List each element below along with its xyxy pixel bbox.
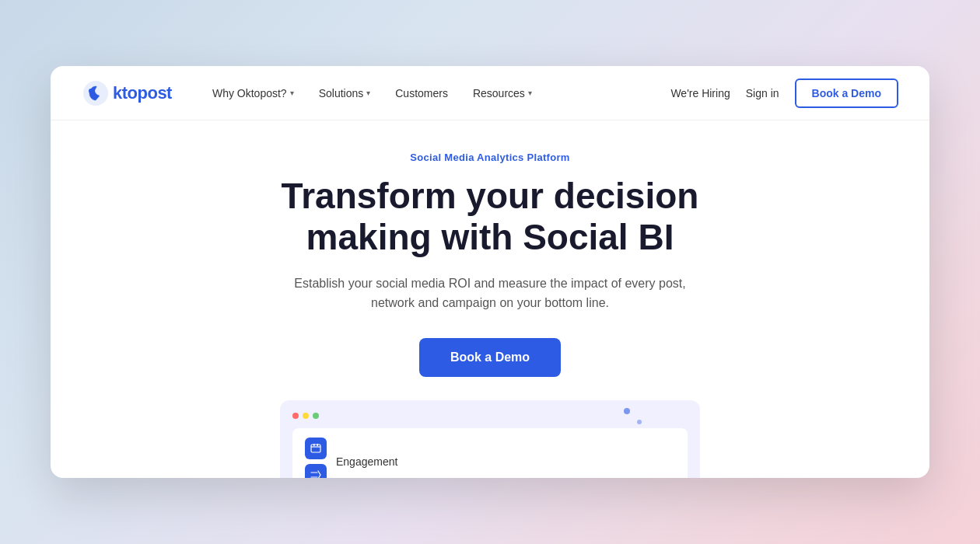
chevron-down-icon: ▾ [366, 89, 370, 97]
nav-signin-link[interactable]: Sign in [746, 87, 779, 99]
nav-item-why-oktopost[interactable]: Why Oktopost? ▾ [203, 81, 303, 106]
logo-text: ktopost [113, 83, 172, 103]
nav-links: Why Oktopost? ▾ Solutions ▾ Customers Re… [203, 81, 670, 106]
svg-rect-4 [317, 444, 319, 446]
window-dot-yellow [303, 413, 309, 419]
engagement-label: Engagement [336, 455, 397, 468]
svg-rect-2 [311, 445, 320, 452]
svg-rect-3 [313, 444, 315, 446]
nav-right: We're Hiring Sign in Book a Demo [670, 78, 898, 108]
chevron-down-icon: ▾ [528, 89, 532, 97]
chevron-down-icon: ▾ [290, 89, 294, 97]
book-demo-hero-button[interactable]: Book a Demo [419, 338, 561, 377]
nav-item-resources[interactable]: Resources ▾ [464, 81, 541, 106]
hero-subtitle: Establish your social media ROI and meas… [288, 274, 692, 313]
dashboard-content: Engagement [292, 428, 688, 478]
dashboard-icon-calendar[interactable] [305, 438, 327, 459]
sidebar-icons [305, 438, 327, 478]
decoration-dot-1 [624, 408, 630, 414]
browser-window: ktopost Why Oktopost? ▾ Solutions ▾ Cust… [51, 66, 929, 478]
hero-section: Social Media Analytics Platform Transfor… [51, 120, 929, 478]
nav-hiring-link[interactable]: We're Hiring [670, 87, 730, 99]
hero-title: Transform your decision making with Soci… [226, 176, 754, 258]
book-demo-nav-button[interactable]: Book a Demo [795, 78, 898, 108]
navbar: ktopost Why Oktopost? ▾ Solutions ▾ Cust… [51, 66, 929, 120]
window-dot-red [292, 413, 299, 419]
dashboard-preview: Engagement [280, 400, 700, 478]
window-dot-green [313, 413, 319, 419]
hero-label: Social Media Analytics Platform [410, 152, 569, 163]
dashboard-icon-share[interactable] [305, 464, 327, 478]
nav-item-customers[interactable]: Customers [386, 81, 457, 106]
nav-item-solutions[interactable]: Solutions ▾ [310, 81, 380, 106]
svg-point-1 [89, 89, 93, 93]
logo[interactable]: ktopost [82, 79, 172, 107]
decoration-dot-2 [637, 420, 642, 424]
